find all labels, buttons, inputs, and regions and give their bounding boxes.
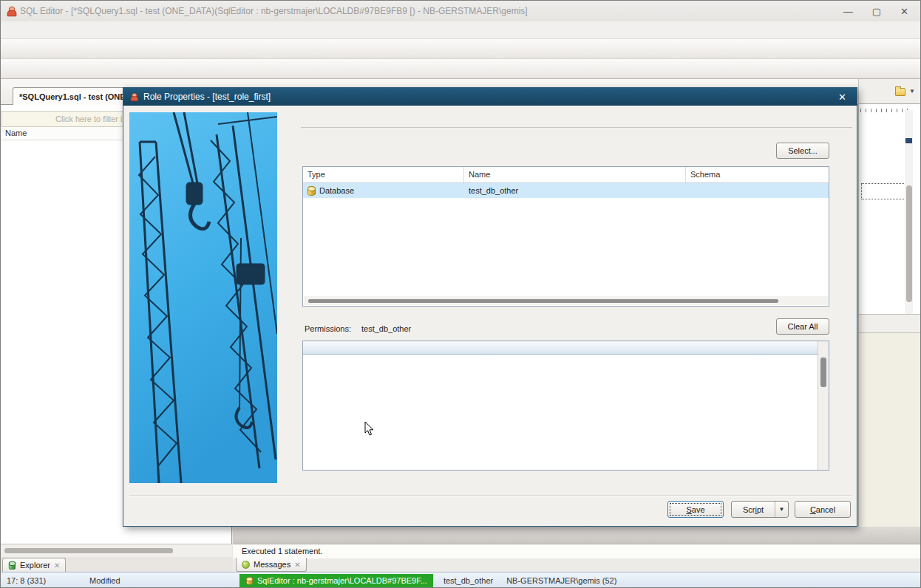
- explorer-horizontal-scrollbar[interactable]: [1, 544, 232, 557]
- document-tab-sqlquery1[interactable]: *SQLQuery1.sql - test (ONE_DATA): [13, 87, 140, 105]
- dock-panel-header: ▼: [859, 79, 921, 104]
- permissions-table[interactable]: [302, 341, 829, 471]
- select-button[interactable]: Select...: [776, 143, 829, 159]
- save-button[interactable]: Save: [667, 501, 724, 518]
- permissions-header: [303, 341, 829, 355]
- messages-output: Executed 1 statement.: [233, 544, 921, 558]
- securables-row-database[interactable]: Database test_db_other: [303, 183, 829, 198]
- clear-all-button[interactable]: Clear All: [776, 318, 829, 335]
- messages-status-icon: [242, 561, 250, 569]
- dialog-title-bar: Role Properties - [test_role_first] ✕: [123, 88, 857, 106]
- explorer-tab-bar: Explorer ✕: [1, 557, 232, 572]
- dialog-title: Role Properties - [test_role_first]: [143, 92, 271, 102]
- dialog-tab-strip: [301, 112, 852, 128]
- securable-name: test_db_other: [464, 186, 686, 195]
- database-icon: [307, 186, 316, 196]
- connection-badge[interactable]: SqlEditor : nb-gerstmajer\LOCALDB#97BE9F…: [239, 574, 433, 588]
- status-bar: 17: 8 (331) Modified SqlEditor : nb-gers…: [1, 572, 921, 588]
- script-dropdown-arrow[interactable]: ▼: [775, 502, 788, 517]
- database-icon: [246, 577, 253, 584]
- current-database[interactable]: test_db_other: [433, 576, 503, 585]
- permissions-label: Permissions:: [305, 324, 351, 333]
- permissions-vertical-scrollbar[interactable]: [818, 341, 829, 470]
- script-button[interactable]: Script ▼: [731, 501, 789, 518]
- securable-type: Database: [319, 186, 354, 195]
- close-button[interactable]: ✕: [900, 6, 908, 17]
- output-pane: Executed 1 statement. Messages ✕: [233, 527, 921, 572]
- tab-messages[interactable]: Messages ✕: [236, 558, 307, 572]
- scrollbar-thumb[interactable]: [906, 185, 912, 302]
- mouse-cursor: [364, 421, 375, 437]
- explorer-db-icon: [9, 561, 16, 569]
- permissions-target: test_db_other: [361, 324, 411, 333]
- app-icon: [7, 6, 16, 16]
- title-bar: SQL Editor - [*SQLQuery1.sql - test (ONE…: [1, 1, 921, 21]
- dialog-close-icon[interactable]: ✕: [834, 92, 851, 103]
- folder-icon[interactable]: [895, 88, 905, 96]
- column-header-schema[interactable]: Schema: [686, 167, 829, 182]
- messages-tab-label: Messages: [254, 560, 290, 569]
- minimize-button[interactable]: —: [843, 6, 853, 17]
- role-icon: [130, 92, 137, 100]
- cancel-button[interactable]: Cancel: [795, 501, 851, 518]
- footer-separator: [129, 495, 852, 496]
- close-icon[interactable]: ✕: [294, 561, 300, 569]
- toolbar-standard: [1, 39, 921, 59]
- menu-bar: [1, 21, 921, 39]
- right-dock-strip: ▼: [858, 79, 921, 572]
- dotted-selection-box: [861, 183, 908, 199]
- connection-label: SqlEditor : nb-gerstmajer\LOCALDB#97BE9F…: [257, 576, 427, 585]
- column-header-type[interactable]: Type: [303, 167, 464, 182]
- column-header-name[interactable]: Name: [464, 167, 686, 182]
- securables-horizontal-scrollbar[interactable]: [304, 296, 828, 305]
- tab-explorer[interactable]: Explorer ✕: [2, 558, 66, 572]
- window-title: SQL Editor - [*SQLQuery1.sql - test (ONE…: [20, 6, 528, 16]
- role-properties-dialog: Role Properties - [test_role_first] ✕: [123, 87, 857, 527]
- close-icon[interactable]: ✕: [54, 561, 60, 570]
- script-button-label: Script: [732, 505, 775, 514]
- document-tab-label: *SQLQuery1.sql - test (ONE_DATA): [19, 92, 140, 101]
- scrollbar-split-grip[interactable]: [905, 138, 912, 143]
- securables-table[interactable]: Type Name Schema Database test_db_other: [302, 166, 829, 307]
- output-splitter-bar[interactable]: [233, 527, 921, 544]
- dialog-side-image: [129, 112, 277, 483]
- securables-header: Type Name Schema: [303, 167, 829, 183]
- toolbar-database: [1, 59, 921, 79]
- current-user: NB-GERSTMAJER\gemis (52): [503, 576, 619, 585]
- explorer-tab-label: Explorer: [20, 561, 50, 570]
- chevron-down-icon[interactable]: ▼: [909, 88, 915, 95]
- maximize-button[interactable]: ▢: [872, 6, 881, 17]
- cursor-position: 17: 8 (331): [1, 576, 89, 585]
- panel-mini-toolbar: [859, 314, 921, 333]
- modified-indicator: Modified: [89, 576, 226, 585]
